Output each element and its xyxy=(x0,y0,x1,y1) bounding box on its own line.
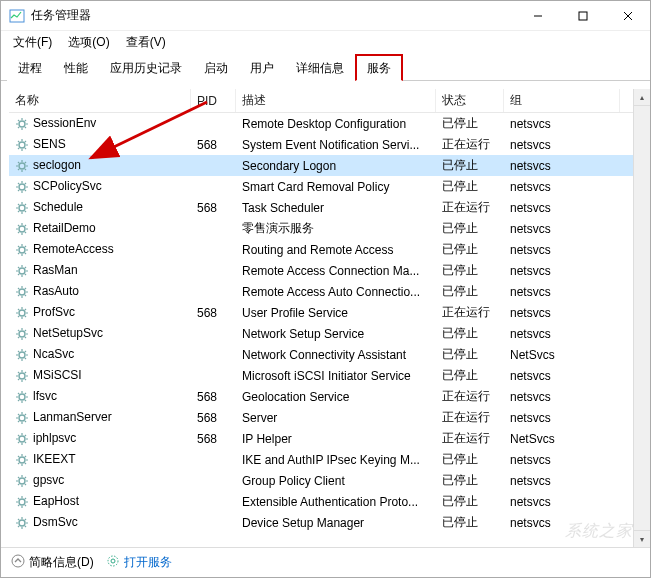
svg-line-102 xyxy=(18,337,19,338)
tab-users[interactable]: 用户 xyxy=(239,55,285,81)
column-group[interactable]: 组 xyxy=(504,89,620,112)
table-row[interactable]: LanmanServer568Server正在运行netsvcs xyxy=(9,407,650,428)
service-status: 已停止 xyxy=(436,262,504,279)
service-group: netsvcs xyxy=(504,495,620,509)
svg-point-140 xyxy=(19,436,25,442)
open-services-link[interactable]: 打开服务 xyxy=(106,554,172,571)
svg-point-5 xyxy=(19,121,25,127)
svg-line-66 xyxy=(18,253,19,254)
table-row[interactable]: lfsvc568Geolocation Service正在运行netsvcs xyxy=(9,386,650,407)
fewer-details-button[interactable]: 简略信息(D) xyxy=(11,554,94,571)
scroll-up-icon[interactable]: ▴ xyxy=(634,89,650,106)
service-name: iphlpsvc xyxy=(33,431,76,445)
table-row[interactable]: RetailDemo零售演示服务已停止netsvcs xyxy=(9,218,650,239)
service-name: ProfSvc xyxy=(33,305,75,319)
service-description: Server xyxy=(236,411,436,425)
svg-line-184 xyxy=(25,519,26,520)
service-group: netsvcs xyxy=(504,306,620,320)
svg-line-164 xyxy=(25,484,26,485)
svg-line-13 xyxy=(25,120,26,121)
column-name[interactable]: 名称 xyxy=(9,89,191,112)
svg-line-11 xyxy=(25,127,26,128)
column-description[interactable]: 描述 xyxy=(236,89,436,112)
svg-line-165 xyxy=(18,484,19,485)
svg-line-182 xyxy=(25,526,26,527)
table-row[interactable]: seclogonSecondary Logon已停止netsvcs xyxy=(9,155,650,176)
svg-line-175 xyxy=(25,498,26,499)
svg-point-77 xyxy=(19,289,25,295)
service-pid: 568 xyxy=(191,201,236,215)
tab-services[interactable]: 服务 xyxy=(355,54,403,81)
service-name: RetailDemo xyxy=(33,221,96,235)
task-manager-window: 任务管理器 文件(F) 选项(O) 查看(V) 进程 性能 应用历史记录 启动 … xyxy=(0,0,651,578)
table-row[interactable]: EapHostExtensible Authentication Proto..… xyxy=(9,491,650,512)
service-status: 已停止 xyxy=(436,241,504,258)
table-row[interactable]: RasManRemote Access Connection Ma...已停止n… xyxy=(9,260,650,281)
service-icon xyxy=(15,180,29,194)
table-row[interactable]: iphlpsvc568IP Helper正在运行NetSvcs xyxy=(9,428,650,449)
svg-point-50 xyxy=(19,226,25,232)
service-group: NetSvcs xyxy=(504,432,620,446)
tab-performance[interactable]: 性能 xyxy=(53,55,99,81)
minimize-button[interactable] xyxy=(515,1,560,30)
service-pid: 568 xyxy=(191,306,236,320)
window-controls xyxy=(515,1,650,30)
svg-line-56 xyxy=(25,232,26,233)
service-description: Microsoft iSCSI Initiator Service xyxy=(236,369,436,383)
table-row[interactable]: Schedule568Task Scheduler正在运行netsvcs xyxy=(9,197,650,218)
menu-view[interactable]: 查看(V) xyxy=(120,32,172,53)
scroll-down-icon[interactable]: ▾ xyxy=(634,530,650,547)
column-status[interactable]: 状态 xyxy=(436,89,504,112)
service-status: 正在运行 xyxy=(436,409,504,426)
table-row[interactable]: ProfSvc568User Profile Service正在运行netsvc… xyxy=(9,302,650,323)
svg-line-37 xyxy=(18,183,19,184)
service-description: Smart Card Removal Policy xyxy=(236,180,436,194)
close-button[interactable] xyxy=(605,1,650,30)
svg-line-91 xyxy=(18,309,19,310)
table-row[interactable]: DsmSvcDevice Setup Manager已停止netsvcs xyxy=(9,512,650,533)
svg-line-29 xyxy=(25,169,26,170)
service-description: IKE and AuthIP IPsec Keying M... xyxy=(236,453,436,467)
maximize-button[interactable] xyxy=(560,1,605,30)
service-icon xyxy=(15,474,29,488)
service-description: Network Connectivity Assistant xyxy=(236,348,436,362)
table-row[interactable]: SCPolicySvcSmart Card Removal Policy已停止n… xyxy=(9,176,650,197)
table-row[interactable]: NetSetupSvcNetwork Setup Service已停止netsv… xyxy=(9,323,650,344)
svg-line-20 xyxy=(25,148,26,149)
titlebar[interactable]: 任务管理器 xyxy=(1,1,650,31)
svg-point-95 xyxy=(19,331,25,337)
app-icon xyxy=(9,8,25,24)
table-row[interactable]: RasAutoRemote Access Auto Connectio...已停… xyxy=(9,281,650,302)
service-icon xyxy=(15,159,29,173)
svg-line-22 xyxy=(25,141,26,142)
service-pid: 568 xyxy=(191,390,236,404)
service-name: lfsvc xyxy=(33,389,57,403)
vertical-scrollbar[interactable]: ▴ ▾ xyxy=(633,89,650,547)
tab-startup[interactable]: 启动 xyxy=(193,55,239,81)
service-group: netsvcs xyxy=(504,327,620,341)
svg-line-110 xyxy=(25,358,26,359)
table-row[interactable]: MSiSCSIMicrosoft iSCSI Initiator Service… xyxy=(9,365,650,386)
fewer-details-label: 简略信息(D) xyxy=(29,554,94,571)
table-row[interactable]: IKEEXTIKE and AuthIP IPsec Keying M...已停… xyxy=(9,449,650,470)
table-row[interactable]: SessionEnvRemote Desktop Configuration已停… xyxy=(9,113,650,134)
svg-point-104 xyxy=(19,352,25,358)
svg-line-145 xyxy=(18,435,19,436)
svg-point-176 xyxy=(19,520,25,526)
table-row[interactable]: RemoteAccessRouting and Remote Access已停止… xyxy=(9,239,650,260)
tab-processes[interactable]: 进程 xyxy=(7,55,53,81)
column-pid[interactable]: PID xyxy=(191,89,236,112)
tab-app-history[interactable]: 应用历史记录 xyxy=(99,55,193,81)
table-row[interactable]: NcaSvcNetwork Connectivity Assistant已停止N… xyxy=(9,344,650,365)
service-icon xyxy=(15,432,29,446)
svg-line-21 xyxy=(18,148,19,149)
service-status: 正在运行 xyxy=(436,136,504,153)
tab-details[interactable]: 详细信息 xyxy=(285,55,355,81)
service-status: 已停止 xyxy=(436,220,504,237)
menu-options[interactable]: 选项(O) xyxy=(62,32,115,53)
svg-line-46 xyxy=(18,204,19,205)
svg-line-156 xyxy=(18,463,19,464)
menu-file[interactable]: 文件(F) xyxy=(7,32,58,53)
table-row[interactable]: SENS568System Event Notification Servi..… xyxy=(9,134,650,155)
table-row[interactable]: gpsvcGroup Policy Client已停止netsvcs xyxy=(9,470,650,491)
